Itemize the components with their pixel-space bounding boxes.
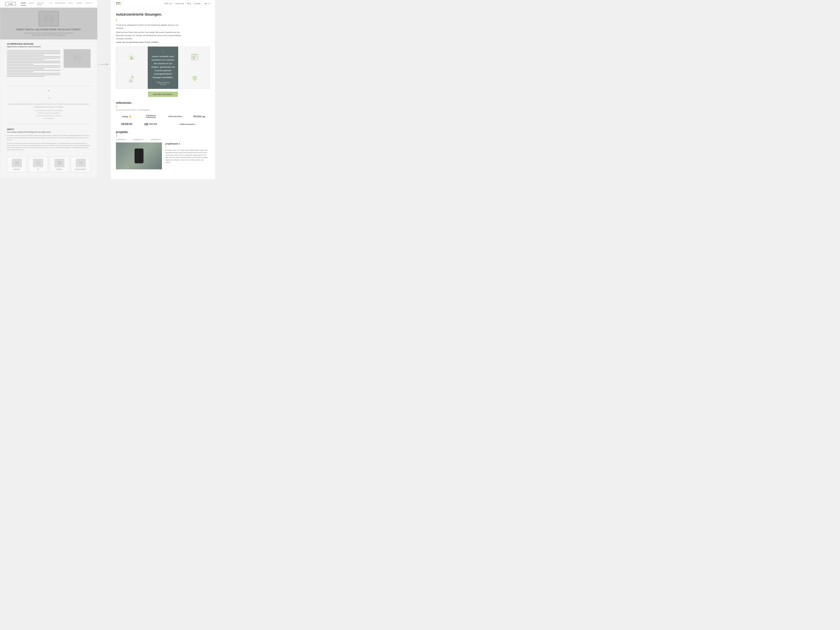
card-ux-label: UX [30, 169, 46, 170]
feature-card-pencil [116, 68, 147, 89]
logo-intuity-text: intuity 🤚 [122, 115, 131, 118]
projekt-img-inner [116, 142, 162, 169]
nav-unser-lab[interactable]: Unser Lab [175, 3, 184, 5]
nav-ueber-uns[interactable]: Über uns [164, 3, 172, 5]
text-line [7, 53, 60, 54]
quote-section: " unsere verspielte natur kombiniert mit… [0, 94, 97, 122]
wireframe-main-content: AN IMPRESSIVE HEADLINE Digital natives c… [0, 39, 97, 84]
wireframe-nav: Logo START ABOUT HOW WE WORK LAB REFEREN… [0, 0, 97, 8]
logo-grid-bottom: SIEMENS ▌▌▌ WALTER — adri◎n transporte — [116, 121, 210, 127]
nav-item-blog[interactable]: BLOG [68, 2, 73, 6]
text-line [7, 71, 33, 72]
card-development-label: DEVELOPMENT [73, 169, 89, 170]
card-slash: / [163, 50, 163, 53]
main-headline: AN IMPRESSIVE HEADLINE [7, 43, 90, 45]
nav-blog[interactable]: Blog [187, 3, 191, 5]
text-line [7, 58, 60, 58]
nav-item-start[interactable]: START [21, 2, 26, 6]
logo-grid-top: intuity 🤚 S SparkassenVersicherung ⊙ Mer… [116, 113, 210, 120]
site-header: T7Z Über uns / Unser Lab / Blog / Kontak… [111, 0, 215, 7]
svg-line-12 [81, 162, 81, 164]
card-ux-img [33, 159, 43, 167]
wireframe-logo: Logo [5, 2, 16, 6]
scroll-arrow: ▼ [0, 88, 97, 94]
projekt-image [116, 142, 162, 169]
logo-sparkassen-text: S SparkassenVersicherung [146, 115, 156, 118]
site-main-content: nutzerzentrierte lösungen. / T7Lab ist e… [111, 7, 215, 173]
hero-heading: nutzerzentrierte lösungen. [116, 12, 210, 17]
nav-item-contact[interactable]: CONTACT [85, 2, 92, 6]
projekt-tabs: projektname 1 projektname 2 projektname … [116, 139, 210, 141]
nav-sep-3: / [192, 2, 193, 5]
projekt-grid: projektname 1 / Nam liber tempor cum sol… [116, 142, 210, 169]
cta-button[interactable]: mehr über uns erfahren. [148, 92, 178, 97]
logo-sparkassen: S SparkassenVersicherung [140, 113, 162, 120]
card-design: DESIGN [50, 156, 69, 172]
svg-line-33 [196, 76, 197, 77]
logo-fischer: fischer ▬ [188, 113, 210, 120]
projekt-desc: Nam liber tempor cum soluta nobis eleife… [165, 149, 208, 163]
projekt-slash: / [165, 146, 208, 148]
referenzen-title: referenzen. [116, 101, 210, 105]
card-development-img [76, 159, 86, 167]
card-concept-img [12, 159, 22, 167]
svg-point-1 [47, 17, 48, 18]
projekt-tab-3[interactable]: projektname 3 [151, 139, 161, 141]
text-line [7, 67, 60, 68]
card-ux: UX [28, 156, 48, 172]
logo-siemens-text: SIEMENS [121, 123, 133, 126]
nav-item-career[interactable]: CAREER [76, 2, 82, 6]
svg-point-20 [193, 57, 193, 58]
referenzen-desc: Ein Auszug unserer Partner und Auftragge… [116, 109, 210, 111]
projekte-slash: // [116, 134, 210, 137]
logo-fischer-text: fischer ▬ [194, 115, 205, 118]
text-line [7, 62, 60, 63]
svg-line-31 [193, 76, 193, 77]
nav-item-lab[interactable]: LAB [49, 2, 52, 6]
text-line [7, 74, 60, 75]
logo-siemens: SIEMENS [116, 121, 137, 127]
feature-card-gear: </> [116, 47, 147, 67]
projekte-section: projekte. // projektname 1 projektname 2… [116, 130, 210, 169]
actual-site-panel: T7Z Über uns / Unser Lab / Blog / Kontak… [111, 0, 215, 179]
logo-mercedes-text: ⊙ Mercedes-Benz [168, 115, 182, 118]
logo-intuity: intuity 🤚 [116, 113, 137, 120]
hero-slash: / [116, 18, 210, 22]
nav-item-references[interactable]: REFERENCES [55, 2, 66, 6]
projekt-name: projektname 1 [165, 142, 208, 145]
quote-icon: " [7, 96, 90, 102]
svg-line-9 [38, 163, 39, 163]
projekt-tab-2[interactable]: projektname 2 [133, 139, 144, 141]
text-line [7, 61, 60, 62]
nav-item-how[interactable]: HOW WE WORK [37, 2, 46, 6]
hero-image-placeholder [39, 11, 59, 26]
text-line [7, 70, 60, 71]
nav-kontakt[interactable]: Kontakt [194, 3, 201, 5]
lang-en[interactable]: en [208, 3, 210, 5]
text-line [7, 59, 44, 60]
lang-de[interactable]: de [205, 3, 207, 5]
hero-cta-text: Lassen Sie uns gemeinsam etwas Großes sc… [116, 41, 210, 43]
logo-walter: ▌▌▌ WALTER [140, 121, 162, 127]
svg-text:</>: </> [130, 57, 133, 59]
logo-adrion-text: — adri◎n transporte — [178, 123, 197, 125]
site-nav: Über uns / Unser Lab / Blog / Kontakt [164, 2, 201, 5]
cta-container: mehr über uns erfahren. [116, 92, 210, 101]
text-line [7, 76, 44, 77]
feature-card-bulb [179, 68, 210, 89]
text-line [7, 56, 60, 57]
svg-rect-0 [45, 16, 53, 22]
svg-rect-2 [74, 56, 80, 61]
nav-sep-1: / [174, 2, 174, 5]
about-subtitle: Your concept, design and technology from… [7, 131, 90, 133]
divider-1 [7, 86, 90, 86]
text-line [7, 55, 44, 55]
text-line [7, 64, 33, 65]
referenzen-slash: // [116, 105, 210, 108]
projekt-tab-1[interactable]: projektname 1 [116, 139, 126, 141]
service-cards: CONCEPT UX DESIGN DEVELOPMENT [0, 155, 97, 172]
feature-card-checklist [179, 47, 210, 67]
nav-item-about[interactable]: ABOUT [29, 2, 34, 6]
text-line [7, 50, 60, 51]
site-logo: T7Z [116, 2, 122, 6]
